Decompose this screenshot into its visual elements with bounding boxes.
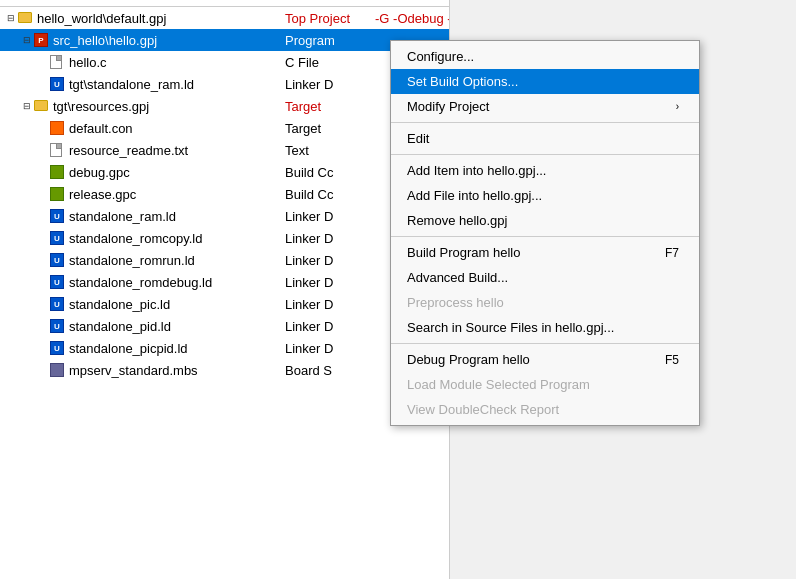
menu-item-build-program[interactable]: Build Program helloF7 [391, 240, 699, 265]
expand-icon [36, 187, 50, 201]
row-name-cell: resource_readme.txt [0, 143, 285, 158]
expand-icon [36, 55, 50, 69]
menu-item-modify-project[interactable]: Modify Project› [391, 94, 699, 119]
linker-icon: U [50, 275, 66, 289]
menu-item-debug-program[interactable]: Debug Program helloF5 [391, 347, 699, 372]
tree-row[interactable]: Ustandalone_romcopy.ldLinker D [0, 227, 449, 249]
expand-icon[interactable]: ⊟ [4, 11, 18, 25]
row-type-cell: C File [285, 55, 375, 70]
row-type-cell: Text [285, 143, 375, 158]
row-label: tgt\standalone_ram.ld [69, 77, 194, 92]
tree-row[interactable]: ⊟tgt\resources.gpjTarget [0, 95, 449, 117]
menu-item-add-item[interactable]: Add Item into hello.gpj... [391, 158, 699, 183]
tree-row[interactable]: Ustandalone_ram.ldLinker D [0, 205, 449, 227]
row-name-cell: ⊟tgt\resources.gpj [0, 99, 285, 114]
linker-icon: U [50, 341, 66, 355]
menu-item-label: Load Module Selected Program [407, 377, 590, 392]
tree-row[interactable]: Ustandalone_romdebug.ldLinker D [0, 271, 449, 293]
menu-separator [391, 122, 699, 123]
menu-item-configure[interactable]: Configure... [391, 44, 699, 69]
file-icon [50, 55, 66, 69]
tree-row[interactable]: ⊟hello_world\default.gpjTop Project-G -O… [0, 7, 449, 29]
row-label: mpserv_standard.mbs [69, 363, 198, 378]
folder-icon [18, 11, 34, 25]
menu-item-edit-sep[interactable]: Edit [391, 126, 699, 151]
row-type-cell: Program [285, 33, 375, 48]
expand-icon[interactable]: ⊟ [20, 99, 34, 113]
tree-row[interactable]: default.conTarget [0, 117, 449, 139]
row-label: standalone_pid.ld [69, 319, 171, 334]
row-name-cell: Ustandalone_picpid.ld [0, 341, 285, 356]
menu-item-label: Search in Source Files in hello.gpj... [407, 320, 614, 335]
row-options-cell: -G -Odebug -object_dir=objs\debug :outpu… [375, 11, 449, 26]
menu-item-add-file[interactable]: Add File into hello.gpj... [391, 183, 699, 208]
menu-item-advanced-build[interactable]: Advanced Build... [391, 265, 699, 290]
tree-row[interactable]: Ustandalone_pic.ldLinker D [0, 293, 449, 315]
linker-icon: U [50, 77, 66, 91]
expand-icon [36, 253, 50, 267]
row-type-cell: Build Cc [285, 165, 375, 180]
expand-icon [36, 231, 50, 245]
row-name-cell: ⊟hello_world\default.gpj [0, 11, 285, 26]
row-type-cell: Linker D [285, 253, 375, 268]
tree-row[interactable]: mpserv_standard.mbsBoard S [0, 359, 449, 381]
expand-icon [36, 363, 50, 377]
row-type-cell: Linker D [285, 297, 375, 312]
menu-item-label: Advanced Build... [407, 270, 508, 285]
tree-row[interactable]: Ustandalone_picpid.ldLinker D [0, 337, 449, 359]
menu-item-view-doublecheck: View DoubleCheck Report [391, 397, 699, 422]
row-label: standalone_romdebug.ld [69, 275, 212, 290]
row-name-cell: Utgt\standalone_ram.ld [0, 77, 285, 92]
tree-row[interactable]: release.gpcBuild Cc [0, 183, 449, 205]
menu-item-label: Add File into hello.gpj... [407, 188, 542, 203]
tree-row[interactable]: resource_readme.txtText [0, 139, 449, 161]
expand-icon [36, 165, 50, 179]
expand-icon [36, 319, 50, 333]
menu-item-label: Modify Project [407, 99, 489, 114]
row-label: hello.c [69, 55, 107, 70]
row-type-cell: Linker D [285, 341, 375, 356]
row-name-cell: Ustandalone_romrun.ld [0, 253, 285, 268]
linker-icon: U [50, 209, 66, 223]
menu-item-search-source[interactable]: Search in Source Files in hello.gpj... [391, 315, 699, 340]
tree-row[interactable]: ⊟Psrc_hello\hello.gpjProgram [0, 29, 449, 51]
board-icon [50, 363, 66, 377]
linker-icon: U [50, 319, 66, 333]
row-name-cell: debug.gpc [0, 165, 285, 180]
tree-row[interactable]: Ustandalone_romrun.ldLinker D [0, 249, 449, 271]
column-headers [0, 0, 449, 7]
expand-icon [36, 77, 50, 91]
row-name-cell: Ustandalone_pid.ld [0, 319, 285, 334]
tree-row[interactable]: debug.gpcBuild Cc [0, 161, 449, 183]
row-label: debug.gpc [69, 165, 130, 180]
row-label: release.gpc [69, 187, 136, 202]
row-label: standalone_picpid.ld [69, 341, 188, 356]
row-label: src_hello\hello.gpj [53, 33, 157, 48]
menu-item-set-build-options[interactable]: Set Build Options... [391, 69, 699, 94]
linker-icon: U [50, 231, 66, 245]
tree-body[interactable]: ⊟hello_world\default.gpjTop Project-G -O… [0, 7, 449, 562]
linker-icon: U [50, 297, 66, 311]
tree-row[interactable]: Ustandalone_pid.ldLinker D [0, 315, 449, 337]
row-name-cell: Ustandalone_romdebug.ld [0, 275, 285, 290]
menu-item-shortcut: F5 [665, 353, 679, 367]
menu-item-load-module: Load Module Selected Program [391, 372, 699, 397]
expand-icon [36, 297, 50, 311]
file-icon [50, 143, 66, 157]
menu-item-label: Remove hello.gpj [407, 213, 507, 228]
tree-row[interactable]: hello.cC File [0, 51, 449, 73]
folder-icon [34, 99, 50, 113]
menu-item-label: View DoubleCheck Report [407, 402, 559, 417]
expand-icon[interactable]: ⊟ [20, 33, 34, 47]
row-type-cell: Linker D [285, 231, 375, 246]
row-label: default.con [69, 121, 133, 136]
tree-row[interactable]: Utgt\standalone_ram.ldLinker D [0, 73, 449, 95]
menu-item-preprocess-hello: Preprocess hello [391, 290, 699, 315]
menu-item-arrow: › [676, 101, 679, 112]
row-label: hello_world\default.gpj [37, 11, 166, 26]
menu-item-remove-hello[interactable]: Remove hello.gpj [391, 208, 699, 233]
buildcfg-icon [50, 165, 66, 179]
row-label: tgt\resources.gpj [53, 99, 149, 114]
menu-item-shortcut: F7 [665, 246, 679, 260]
menu-separator [391, 154, 699, 155]
